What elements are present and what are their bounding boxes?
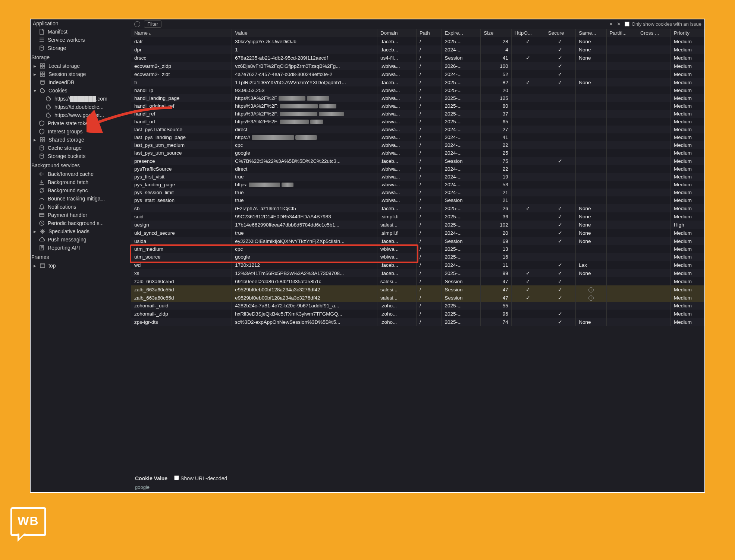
table-row[interactable]: utm_mediumcpcwbiwa.../2025-...13Medium [131,245,704,253]
cell [637,237,671,245]
table-row[interactable]: zps-tgr-dtssc%3D2-expAppOnNewSession%3D%… [131,318,704,326]
column-header[interactable]: Expire... [442,29,481,37]
sidebar-item[interactable]: Bounce tracking mitiga... [31,194,131,203]
table-row[interactable]: pys_start_sessiontrue.wbiwa.../Session21… [131,196,704,204]
table-row[interactable]: presenceC%7B%22t3%22%3A%5B%5D%2C%22utc3.… [131,157,704,165]
column-header[interactable]: Size [481,29,511,37]
sidebar-item[interactable]: ▸Shared storage [31,136,131,144]
table-row[interactable]: handl_ip93.96.53.253.wbiwa.../2025-...20… [131,86,704,94]
sidebar-item[interactable]: ▸top [31,262,131,270]
sidebar-item[interactable]: Periodic background s... [31,219,131,227]
url-decoded-checkbox[interactable] [174,475,179,480]
table-row[interactable]: zohomail-_uuid4282b24c-7a81-4c72-b20e-9b… [131,302,704,310]
table-row[interactable]: ecowarm2-_zldpvz6Djs8vFrBT%2FqClGfjppZrm… [131,62,704,70]
sidebar-item[interactable]: https://www.googlet... [31,111,131,119]
table-row[interactable]: datr30krZylippYe-zk-UweDiOJb.faceb.../20… [131,37,704,46]
table-row[interactable]: utm_sourcegooglewbiwa.../2025-...16Mediu… [131,253,704,261]
table-row[interactable]: wd1720x1212.faceb.../2024-...11✓LaxMediu… [131,261,704,269]
sidebar-item[interactable]: https://███████.com [31,95,131,103]
sidebar-item[interactable]: Interest groups [31,127,131,136]
table-row[interactable]: zalb_663a60c55d691b0eeec2dd867584215f35a… [131,277,704,285]
table-row[interactable]: zalb_663a60c55de9529bf0eb00bf128a234a3c3… [131,294,704,302]
disclosure-triangle-icon[interactable]: ▸ [34,228,37,234]
sidebar-item[interactable]: https://td.doubleclic... [31,103,131,111]
column-header[interactable]: Priority [670,29,704,37]
sidebar-item[interactable]: ▸Speculative loads [31,227,131,235]
cookie-icon [45,96,51,102]
cell: .wbiwa... [377,102,417,110]
sidebar-item[interactable]: Background sync [31,186,131,194]
table-row[interactable]: uesign17b14e662990ffeea47dbb8d5784dd6c1c… [131,221,704,229]
table-row[interactable]: handl_refhttps%3A%2F%2F: .wbiwa.../2025-… [131,110,704,118]
only-issues-checkbox[interactable] [625,22,629,26]
disclosure-triangle-icon[interactable]: ▾ [34,88,37,94]
sidebar-item[interactable]: Push messaging [31,235,131,244]
table-row[interactable]: pys_first_visittrue.wbiwa.../2024-...19M… [131,173,704,181]
column-header[interactable]: HttpO... [511,29,545,37]
table-row[interactable]: uid_syncd_securetrue.simpli.fi/2024-...2… [131,229,704,237]
cookies-table-wrap[interactable]: NameValueDomainPathExpire...SizeHttpO...… [131,29,704,473]
table-row[interactable]: handl_landing_pagehttps%3A%2F%2F .wbiwa.… [131,94,704,102]
sidebar-item[interactable]: Reporting API [31,244,131,252]
sidebar-item[interactable]: Notifications [31,203,131,211]
table-row[interactable]: zalb_663a60c55de9529bf0eb00bf128a234a3c3… [131,285,704,294]
table-row[interactable]: zohomail-_zldphxRll3eD3SjeQkB4c5tTXmK3yl… [131,310,704,318]
table-row[interactable]: pys_landing_pagehttps: .wbiwa.../2024-..… [131,181,704,189]
sidebar-item-label: Cache storage [48,145,82,151]
sidebar-item[interactable]: ▸Local storage [31,62,131,70]
sidebar-item[interactable]: Cache storage [31,144,131,152]
refresh-icon[interactable] [134,21,140,27]
table-header-row[interactable]: NameValueDomainPathExpire...SizeHttpO...… [131,29,704,37]
sidebar-item-label: Storage buckets [48,153,85,159]
column-header[interactable]: Name [131,29,232,37]
table-row[interactable]: last_pysTrafficSourcedirect.wbiwa.../202… [131,126,704,133]
table-row[interactable]: dpr1.faceb.../2024-...4✓NoneMedium [131,45,704,54]
table-row[interactable]: usidaeyJ2ZXIiOiEsImlkIjoiQXNvYTkzYnFjZXp… [131,237,704,245]
clear-all-icon[interactable]: ✕ [617,21,621,27]
column-header[interactable]: Partiti... [606,29,637,37]
column-header[interactable]: Cross ... [637,29,671,37]
sidebar-item[interactable]: Storage buckets [31,152,131,160]
table-row[interactable]: handl_urlhttps%3A%2F%2F: .wbiwa.../2025-… [131,118,704,126]
sidebar-item[interactable]: Service workers [31,36,131,44]
sidebar-item[interactable]: Manifest [31,28,131,36]
table-row[interactable]: ecowarm2-_zldt4a7e7627-c457-4ea7-b0d8-30… [131,70,704,78]
sidebar-item[interactable]: Private state tokens [31,119,131,127]
table-row[interactable]: pys_session_limittrue.wbiwa.../2024-...2… [131,189,704,196]
sidebar-item[interactable]: ▾Cookies [31,86,131,95]
table-row[interactable]: drscc678a2235-ab21-4db2-95cd-289f112aecd… [131,54,704,62]
table-row[interactable]: last_pys_landing_pagehttps:// .wbiwa.../… [131,133,704,141]
table-row[interactable]: suid99C2361612D14E0DB53449FDAA4B7983.sim… [131,212,704,221]
sidebar-item-label: Manifest [48,29,67,35]
column-header[interactable]: Path [416,29,441,37]
table-row[interactable]: handl_original_refhttps%3A%2F%2F: .wbiwa… [131,102,704,110]
sidebar-item[interactable]: Back/forward cache [31,170,131,178]
table-row[interactable]: last_pys_utm_mediumcpc.wbiwa.../2024-...… [131,141,704,149]
cell: / [416,37,441,46]
disclosure-triangle-icon[interactable]: ▸ [34,63,37,69]
table-row[interactable]: xs12%3At41Tm56Rx5PB2w%3A2%3A17309708....… [131,269,704,277]
sidebar-item[interactable]: Payment handler [31,211,131,219]
column-header[interactable]: Domain [377,29,417,37]
column-header[interactable]: Secure [545,29,575,37]
cell: 2025-... [442,37,481,46]
table-row[interactable]: fr1TplRi2ta1DGYXVhO.AWVnzmYYXtDoQqdhh1..… [131,78,704,86]
url-decoded-toggle[interactable]: Show URL-decoded [174,475,227,481]
sidebar-item[interactable]: ▸Session storage [31,70,131,78]
table-row[interactable]: pysTrafficSourcedirect.wbiwa.../2024-...… [131,165,704,173]
clear-filter-icon[interactable]: ✕ [609,21,613,27]
table-row[interactable]: sbrFzIZph7s_az1l9m11lCjCI5.faceb.../2025… [131,204,704,212]
disclosure-triangle-icon[interactable]: ▸ [34,263,37,269]
cell: handl_ip [131,86,232,94]
sidebar-item[interactable]: IndexedDB [31,78,131,86]
disclosure-triangle-icon[interactable]: ▸ [34,71,37,77]
sidebar-item[interactable]: Background fetch [31,178,131,186]
sidebar-item[interactable]: Storage [31,44,131,52]
column-header[interactable]: Value [232,29,377,37]
table-row[interactable]: last_pys_utm_sourcegoogle.wbiwa.../2024-… [131,149,704,157]
only-issues-toggle[interactable]: Only show cookies with an issue [625,21,701,27]
cell [511,196,545,204]
column-header[interactable]: Same... [576,29,606,37]
disclosure-triangle-icon[interactable]: ▸ [34,137,37,143]
filter-input[interactable]: Filter [144,20,161,28]
